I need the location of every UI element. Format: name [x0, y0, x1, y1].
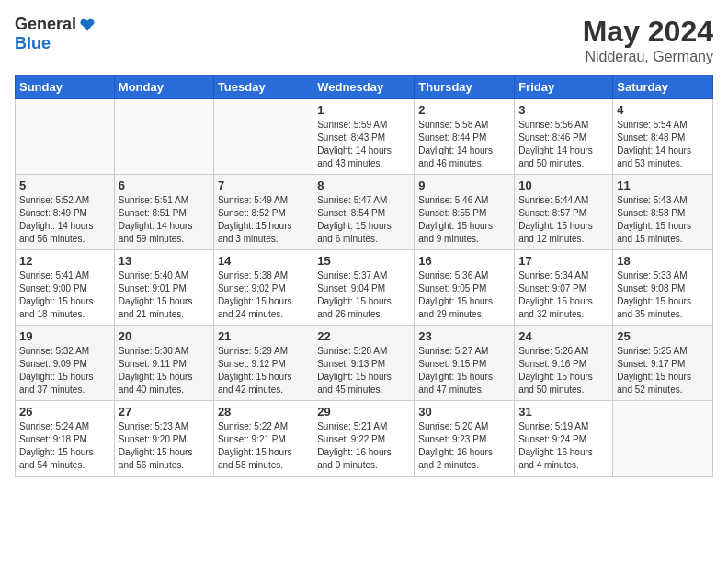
logo-blue-text: Blue	[15, 34, 51, 52]
header-tuesday: Tuesday	[213, 75, 313, 99]
day-info: Sunrise: 5:32 AM Sunset: 9:09 PM Dayligh…	[19, 345, 110, 396]
day-number: 15	[317, 254, 410, 268]
header-sunday: Sunday	[16, 75, 115, 99]
day-number: 11	[617, 178, 709, 192]
day-number: 16	[418, 254, 510, 268]
table-row: 25Sunrise: 5:25 AM Sunset: 9:17 PM Dayli…	[613, 326, 713, 401]
weekday-header-row: Sunday Monday Tuesday Wednesday Thursday…	[16, 75, 713, 99]
day-info: Sunrise: 5:54 AM Sunset: 8:48 PM Dayligh…	[617, 119, 709, 170]
table-row: 21Sunrise: 5:29 AM Sunset: 9:12 PM Dayli…	[213, 326, 313, 401]
day-number: 24	[518, 329, 609, 343]
table-row: 22Sunrise: 5:28 AM Sunset: 9:13 PM Dayli…	[313, 326, 415, 401]
day-number: 1	[317, 103, 410, 117]
day-number: 3	[518, 103, 609, 117]
day-info: Sunrise: 5:25 AM Sunset: 9:17 PM Dayligh…	[617, 345, 709, 396]
day-number: 9	[418, 178, 510, 192]
header-wednesday: Wednesday	[313, 75, 415, 99]
table-row: 12Sunrise: 5:41 AM Sunset: 9:00 PM Dayli…	[16, 250, 115, 326]
table-row: 18Sunrise: 5:33 AM Sunset: 9:08 PM Dayli…	[613, 250, 713, 326]
day-info: Sunrise: 5:36 AM Sunset: 9:05 PM Dayligh…	[418, 270, 510, 321]
table-row: 14Sunrise: 5:38 AM Sunset: 9:02 PM Dayli…	[213, 250, 313, 326]
table-row: 8Sunrise: 5:47 AM Sunset: 8:54 PM Daylig…	[313, 175, 415, 250]
day-info: Sunrise: 5:21 AM Sunset: 9:22 PM Dayligh…	[317, 420, 410, 472]
table-row: 1Sunrise: 5:59 AM Sunset: 8:43 PM Daylig…	[313, 99, 415, 175]
day-info: Sunrise: 5:30 AM Sunset: 9:11 PM Dayligh…	[119, 345, 210, 396]
day-number: 30	[418, 405, 510, 419]
table-row: 4Sunrise: 5:54 AM Sunset: 8:48 PM Daylig…	[613, 99, 713, 175]
day-number: 23	[418, 329, 510, 343]
day-number: 29	[317, 405, 410, 419]
day-info: Sunrise: 5:56 AM Sunset: 8:46 PM Dayligh…	[518, 119, 609, 170]
day-number: 2	[418, 103, 510, 117]
day-info: Sunrise: 5:58 AM Sunset: 8:44 PM Dayligh…	[418, 119, 510, 170]
title-month: May 2024	[583, 15, 713, 49]
calendar-table: Sunday Monday Tuesday Wednesday Thursday…	[15, 75, 713, 477]
table-row	[613, 401, 713, 477]
day-info: Sunrise: 5:43 AM Sunset: 8:58 PM Dayligh…	[617, 194, 709, 246]
header-friday: Friday	[515, 75, 613, 99]
table-row: 27Sunrise: 5:23 AM Sunset: 9:20 PM Dayli…	[114, 401, 213, 477]
logo-bird-icon	[78, 16, 97, 34]
day-number: 5	[19, 178, 110, 192]
day-number: 7	[218, 178, 309, 192]
day-info: Sunrise: 5:22 AM Sunset: 9:21 PM Dayligh…	[218, 420, 309, 472]
day-number: 21	[218, 329, 309, 343]
day-info: Sunrise: 5:51 AM Sunset: 8:51 PM Dayligh…	[119, 194, 210, 246]
table-row: 17Sunrise: 5:34 AM Sunset: 9:07 PM Dayli…	[515, 250, 613, 326]
header-monday: Monday	[114, 75, 213, 99]
table-row	[114, 99, 213, 175]
calendar-week-row: 1Sunrise: 5:59 AM Sunset: 8:43 PM Daylig…	[16, 99, 713, 175]
day-info: Sunrise: 5:38 AM Sunset: 9:02 PM Dayligh…	[218, 270, 309, 321]
day-info: Sunrise: 5:49 AM Sunset: 8:52 PM Dayligh…	[218, 194, 309, 246]
calendar-week-row: 12Sunrise: 5:41 AM Sunset: 9:00 PM Dayli…	[16, 250, 713, 326]
day-number: 20	[119, 329, 210, 343]
calendar-week-row: 5Sunrise: 5:52 AM Sunset: 8:49 PM Daylig…	[16, 175, 713, 250]
calendar-week-row: 26Sunrise: 5:24 AM Sunset: 9:18 PM Dayli…	[16, 401, 713, 477]
day-number: 26	[19, 405, 110, 419]
table-row: 28Sunrise: 5:22 AM Sunset: 9:21 PM Dayli…	[213, 401, 313, 477]
day-info: Sunrise: 5:46 AM Sunset: 8:55 PM Dayligh…	[418, 194, 510, 246]
day-info: Sunrise: 5:28 AM Sunset: 9:13 PM Dayligh…	[317, 345, 410, 396]
day-number: 13	[119, 254, 210, 268]
day-number: 28	[218, 405, 309, 419]
table-row: 19Sunrise: 5:32 AM Sunset: 9:09 PM Dayli…	[16, 326, 115, 401]
day-info: Sunrise: 5:52 AM Sunset: 8:49 PM Dayligh…	[19, 194, 110, 246]
day-number: 10	[518, 178, 609, 192]
table-row: 5Sunrise: 5:52 AM Sunset: 8:49 PM Daylig…	[16, 175, 115, 250]
table-row: 3Sunrise: 5:56 AM Sunset: 8:46 PM Daylig…	[515, 99, 613, 175]
header-saturday: Saturday	[613, 75, 713, 99]
day-info: Sunrise: 5:27 AM Sunset: 9:15 PM Dayligh…	[418, 345, 510, 396]
day-number: 18	[617, 254, 709, 268]
day-number: 27	[119, 405, 210, 419]
table-row: 16Sunrise: 5:36 AM Sunset: 9:05 PM Dayli…	[415, 250, 515, 326]
table-row: 29Sunrise: 5:21 AM Sunset: 9:22 PM Dayli…	[313, 401, 415, 477]
day-number: 22	[317, 329, 410, 343]
day-number: 17	[518, 254, 609, 268]
table-row: 24Sunrise: 5:26 AM Sunset: 9:16 PM Dayli…	[515, 326, 613, 401]
day-info: Sunrise: 5:37 AM Sunset: 9:04 PM Dayligh…	[317, 270, 410, 321]
day-number: 12	[19, 254, 110, 268]
day-info: Sunrise: 5:19 AM Sunset: 9:24 PM Dayligh…	[518, 420, 609, 472]
table-row: 6Sunrise: 5:51 AM Sunset: 8:51 PM Daylig…	[114, 175, 213, 250]
page: General Blue May 2024 Nidderau, Germany …	[0, 0, 728, 491]
day-number: 14	[218, 254, 309, 268]
table-row: 23Sunrise: 5:27 AM Sunset: 9:15 PM Dayli…	[415, 326, 515, 401]
table-row: 13Sunrise: 5:40 AM Sunset: 9:01 PM Dayli…	[114, 250, 213, 326]
day-info: Sunrise: 5:33 AM Sunset: 9:08 PM Dayligh…	[617, 270, 709, 321]
title-location: Nidderau, Germany	[583, 49, 713, 65]
table-row: 31Sunrise: 5:19 AM Sunset: 9:24 PM Dayli…	[515, 401, 613, 477]
day-info: Sunrise: 5:29 AM Sunset: 9:12 PM Dayligh…	[218, 345, 309, 396]
table-row: 11Sunrise: 5:43 AM Sunset: 8:58 PM Dayli…	[613, 175, 713, 250]
table-row: 7Sunrise: 5:49 AM Sunset: 8:52 PM Daylig…	[213, 175, 313, 250]
table-row: 20Sunrise: 5:30 AM Sunset: 9:11 PM Dayli…	[114, 326, 213, 401]
table-row: 10Sunrise: 5:44 AM Sunset: 8:57 PM Dayli…	[515, 175, 613, 250]
table-row	[16, 99, 115, 175]
day-info: Sunrise: 5:26 AM Sunset: 9:16 PM Dayligh…	[518, 345, 609, 396]
day-info: Sunrise: 5:44 AM Sunset: 8:57 PM Dayligh…	[518, 194, 609, 246]
day-info: Sunrise: 5:34 AM Sunset: 9:07 PM Dayligh…	[518, 270, 609, 321]
day-info: Sunrise: 5:20 AM Sunset: 9:23 PM Dayligh…	[418, 420, 510, 472]
day-info: Sunrise: 5:24 AM Sunset: 9:18 PM Dayligh…	[19, 420, 110, 472]
table-row: 30Sunrise: 5:20 AM Sunset: 9:23 PM Dayli…	[415, 401, 515, 477]
table-row: 9Sunrise: 5:46 AM Sunset: 8:55 PM Daylig…	[415, 175, 515, 250]
logo: General Blue	[15, 15, 97, 53]
